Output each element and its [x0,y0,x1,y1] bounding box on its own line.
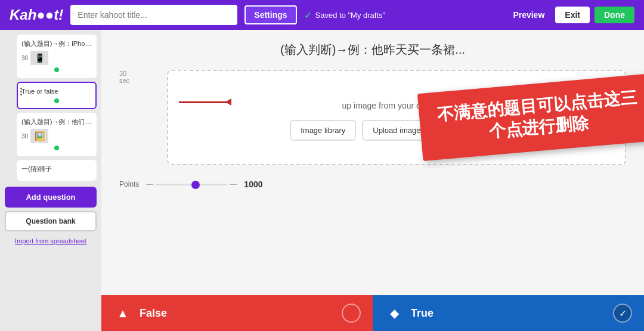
question-text[interactable]: (输入判断)→例：他昨天买一条裙... [119,42,626,58]
media-upload-area[interactable]: up image from your computer Image librar… [167,70,626,165]
sidebar-wrapper-4: 4 一(猜)猜子 [5,160,97,181]
check-icon: ✓ [304,10,312,21]
main-layout: 1 (输入题目)→例：iPhon... 30 📱 2 True or false [0,30,644,331]
points-value: 1000 [244,180,262,189]
green-dot-2 [54,98,59,103]
sec-label: sec [119,77,155,84]
sidebar-item-1[interactable]: (输入题目)→例：iPhon... 30 📱 [17,35,97,78]
youtube-link-button[interactable]: YouTube link [438,120,503,141]
header-right: Preview Exit Done [507,7,634,23]
image-library-button[interactable]: Image library [290,120,356,141]
preview-button[interactable]: Preview [507,7,550,23]
thumb-1: 📱 [30,51,48,65]
title-input[interactable] [70,5,237,25]
true-label: True [411,307,606,320]
answer-true[interactable]: ◆ True ✓ [373,295,644,331]
add-question-button[interactable]: Add question [5,187,97,208]
three-dots-menu[interactable] [20,88,22,95]
slider-max: — [230,180,237,188]
false-label: False [140,307,335,320]
sidebar-item-3-meta: 30 🖼️ [21,129,92,143]
sidebar: 1 (输入题目)→例：iPhon... 30 📱 2 True or false [0,30,101,331]
true-check[interactable]: ✓ [613,304,632,323]
exit-button[interactable]: Exit [555,7,590,23]
sidebar-wrapper-2: 2 True or false [5,82,97,109]
sidebar-item-4-label: 一(猜)猜子 [21,165,92,174]
sidebar-item-3[interactable]: (输入题目)→例：他们在... 30 🖼️ [17,113,97,156]
thumb-3: 🖼️ [30,129,48,143]
sidebar-item-2[interactable]: True or false [17,82,97,109]
sidebar-wrapper-3: 3 (输入题目)→例：他们在... 30 🖼️ [5,113,97,156]
answer-false[interactable]: ▲ False [101,295,373,331]
done-button[interactable]: Done [595,7,634,23]
slider-thumb [191,181,200,189]
sidebar-item-1-meta: 30 📱 [21,51,92,65]
settings-button[interactable]: Settings [244,5,296,24]
sidebar-item-3-label: (输入题目)→例：他们在... [21,117,92,126]
sidebar-item-1-label: (输入题目)→例：iPhon... [21,39,92,48]
points-label: Points [119,180,139,188]
green-dot-1 [54,67,59,72]
import-spreadsheet-link[interactable]: Import from spreadsheet [5,235,97,247]
slider-min: — [146,180,153,188]
timer-1: 30 [21,55,28,61]
sidebar-item-2-label: True or false [21,86,92,96]
question-bank-button[interactable]: Question bank [5,211,97,231]
logo: Kah●●t! [10,7,63,23]
false-icon: ▲ [113,304,132,323]
media-buttons: Image library Upload image YouTube link [290,120,503,141]
header: Kah●●t! Settings ✓ Saved to "My drafts" … [0,0,644,30]
true-shape-icon: ◆ [385,304,404,323]
media-section: up image from your computer Image librar… [167,70,626,175]
green-dot-3 [54,146,59,150]
sidebar-item-4[interactable]: 一(猜)猜子 [17,160,97,181]
points-slider[interactable]: — — [146,180,237,188]
timer-section: 30 sec [119,70,155,84]
points-section: Points — — 1000 [119,180,626,189]
sidebar-wrapper-1: 1 (输入题目)→例：iPhon... 30 📱 [5,35,97,78]
slider-track [156,184,227,185]
upload-image-button[interactable]: Upload image [362,120,431,141]
content-area: (输入判断)→例：他昨天买一条裙... 30 sec up image from… [101,30,644,331]
saved-status: ✓ Saved to "My drafts" [304,10,500,21]
false-check[interactable] [342,304,361,323]
upload-text: up image from your computer [342,101,451,110]
saved-text: Saved to "My drafts" [315,11,386,20]
timer-3: 30 [21,133,28,140]
answers-area: ▲ False ◆ True ✓ [101,295,644,331]
